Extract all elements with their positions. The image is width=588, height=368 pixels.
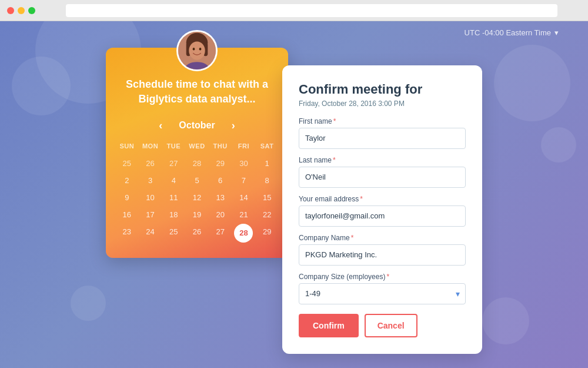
company-size-label: Company Size (employees)* bbox=[299, 273, 466, 281]
cal-week-1: 25 26 27 28 29 30 1 bbox=[115, 155, 279, 171]
cal-week-4: 16 17 18 19 20 21 22 bbox=[115, 207, 279, 223]
day-2[interactable]: 2 bbox=[115, 173, 139, 188]
avatar-area bbox=[106, 30, 288, 71]
col-wed: WED bbox=[185, 140, 209, 152]
close-dot[interactable] bbox=[7, 7, 14, 14]
deco-circle-5 bbox=[541, 127, 576, 163]
email-group: Your email address* bbox=[299, 195, 466, 227]
timezone-bar[interactable]: UTC -04:00 Eastern Time ▾ bbox=[465, 28, 559, 37]
cal-week-3: 9 10 11 12 13 14 15 bbox=[115, 190, 279, 205]
col-sat: SAT bbox=[255, 140, 279, 152]
company-size-select-wrapper: 1-49 50-199 200-999 1000+ ▾ bbox=[299, 283, 466, 304]
calendar-title: Schedule time to chat with a Biglytics d… bbox=[106, 77, 288, 117]
company-name-label: Company Name* bbox=[299, 234, 466, 242]
company-name-group: Company Name* bbox=[299, 234, 466, 266]
calendar-nav: ‹ October › bbox=[106, 117, 288, 134]
day-29-prev[interactable]: 29 bbox=[209, 155, 232, 171]
day-12[interactable]: 12 bbox=[185, 190, 209, 205]
main-area: UTC -04:00 Eastern Time ▾ bbox=[0, 21, 588, 368]
col-thu: THU bbox=[209, 140, 232, 152]
day-27-prev[interactable]: 27 bbox=[162, 155, 185, 171]
svg-point-5 bbox=[193, 47, 195, 50]
day-13[interactable]: 13 bbox=[209, 190, 232, 205]
day-5[interactable]: 5 bbox=[185, 173, 209, 188]
company-size-select[interactable]: 1-49 50-199 200-999 1000+ bbox=[299, 283, 466, 304]
last-name-group: Last name* bbox=[299, 156, 466, 188]
day-6[interactable]: 6 bbox=[209, 173, 232, 188]
day-26[interactable]: 26 bbox=[185, 224, 209, 243]
col-fri: FRI bbox=[232, 140, 256, 152]
day-22[interactable]: 22 bbox=[255, 207, 279, 223]
day-28-selected[interactable]: 28 bbox=[234, 224, 253, 243]
browser-chrome bbox=[0, 0, 588, 21]
form-title: Confirm meeting for bbox=[299, 82, 466, 97]
form-subtitle: Friday, October 28, 2016 3:00 PM bbox=[299, 100, 466, 108]
day-28-prev[interactable]: 28 bbox=[185, 155, 209, 171]
day-20[interactable]: 20 bbox=[209, 207, 232, 223]
day-21[interactable]: 21 bbox=[232, 207, 256, 223]
company-size-group: Company Size (employees)* 1-49 50-199 20… bbox=[299, 273, 466, 304]
next-month-button[interactable]: › bbox=[227, 117, 240, 134]
deco-circle-4 bbox=[494, 45, 570, 121]
day-9[interactable]: 9 bbox=[115, 190, 139, 205]
required-star-4: * bbox=[351, 234, 354, 242]
form-panel: Confirm meeting for Friday, October 28, … bbox=[282, 65, 482, 354]
month-label: October bbox=[179, 120, 215, 131]
svg-point-6 bbox=[199, 47, 202, 50]
day-4[interactable]: 4 bbox=[162, 173, 185, 188]
deco-circle-6 bbox=[482, 297, 529, 344]
last-name-input[interactable] bbox=[299, 167, 466, 188]
day-27[interactable]: 27 bbox=[209, 224, 232, 243]
content-wrapper: Schedule time to chat with a Biglytics d… bbox=[106, 48, 482, 354]
email-label: Your email address* bbox=[299, 195, 466, 203]
day-18[interactable]: 18 bbox=[162, 207, 185, 223]
timezone-label: UTC -04:00 Eastern Time bbox=[465, 28, 551, 37]
cancel-button[interactable]: Cancel bbox=[365, 314, 417, 337]
svg-point-4 bbox=[189, 41, 205, 59]
avatar bbox=[176, 30, 218, 71]
day-24[interactable]: 24 bbox=[139, 224, 162, 243]
cal-header-row: SUN MON TUE WED THU FRI SAT bbox=[115, 140, 279, 152]
address-bar[interactable] bbox=[66, 4, 557, 17]
day-25[interactable]: 25 bbox=[162, 224, 185, 243]
maximize-dot[interactable] bbox=[28, 7, 35, 14]
day-23[interactable]: 23 bbox=[115, 224, 139, 243]
col-sun: SUN bbox=[115, 140, 139, 152]
browser-dots bbox=[7, 7, 35, 14]
required-star-5: * bbox=[386, 273, 389, 281]
day-17[interactable]: 17 bbox=[139, 207, 162, 223]
required-star-2: * bbox=[333, 156, 336, 164]
day-19[interactable]: 19 bbox=[185, 207, 209, 223]
day-15[interactable]: 15 bbox=[255, 190, 279, 205]
confirm-button[interactable]: Confirm bbox=[299, 314, 359, 337]
day-30-prev[interactable]: 30 bbox=[232, 155, 256, 171]
form-actions: Confirm Cancel bbox=[299, 314, 466, 337]
day-10[interactable]: 10 bbox=[139, 190, 162, 205]
day-1[interactable]: 1 bbox=[255, 155, 279, 171]
prev-month-button[interactable]: ‹ bbox=[154, 117, 167, 134]
day-11[interactable]: 11 bbox=[162, 190, 185, 205]
day-3[interactable]: 3 bbox=[139, 173, 162, 188]
email-input[interactable] bbox=[299, 205, 466, 227]
day-25-prev[interactable]: 25 bbox=[115, 155, 139, 171]
day-26-prev[interactable]: 26 bbox=[139, 155, 162, 171]
timezone-arrow: ▾ bbox=[554, 28, 559, 37]
cal-week-5: 23 24 25 26 27 28 29 bbox=[115, 224, 279, 243]
deco-circle-2 bbox=[12, 57, 71, 115]
minimize-dot[interactable] bbox=[18, 7, 25, 14]
deco-circle-3 bbox=[71, 286, 106, 321]
day-7[interactable]: 7 bbox=[232, 173, 256, 188]
col-tue: TUE bbox=[162, 140, 185, 152]
day-8[interactable]: 8 bbox=[255, 173, 279, 188]
first-name-label: First name* bbox=[299, 117, 466, 125]
first-name-group: First name* bbox=[299, 117, 466, 149]
day-29[interactable]: 29 bbox=[255, 224, 279, 243]
day-16[interactable]: 16 bbox=[115, 207, 139, 223]
calendar-grid: SUN MON TUE WED THU FRI SAT 25 26 27 28 … bbox=[106, 140, 288, 243]
company-name-input[interactable] bbox=[299, 244, 466, 266]
first-name-input[interactable] bbox=[299, 128, 466, 149]
col-mon: MON bbox=[139, 140, 162, 152]
required-star-1: * bbox=[333, 117, 336, 125]
cal-week-2: 2 3 4 5 6 7 8 bbox=[115, 173, 279, 188]
day-14[interactable]: 14 bbox=[232, 190, 256, 205]
